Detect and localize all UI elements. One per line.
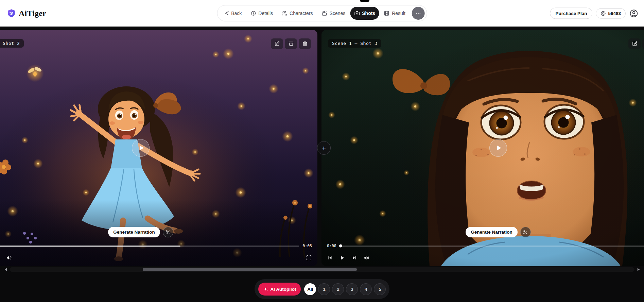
skip-back-icon — [327, 255, 333, 261]
skip-forward-button[interactable] — [351, 255, 358, 261]
skip-back-button[interactable] — [327, 255, 333, 261]
duration-label: 0:05 — [302, 244, 312, 248]
filter-scene-4[interactable]: 4 — [360, 283, 372, 295]
info-icon — [250, 11, 256, 16]
credits-pill[interactable]: 56483 — [596, 8, 626, 18]
nav-item-shots[interactable]: Shots — [350, 7, 379, 20]
filter-scene-5[interactable]: 5 — [374, 283, 386, 295]
top-bar: AiTiger Back Details Characters Scenes S… — [0, 0, 644, 27]
trim-clip-button[interactable] — [520, 227, 531, 237]
volume-button[interactable] — [6, 255, 12, 261]
play-icon — [339, 255, 345, 261]
main-nav: Back Details Characters Scenes Shots Res… — [217, 5, 427, 21]
edit-icon — [275, 41, 280, 46]
generate-narration-button[interactable]: Generate Narration — [466, 227, 517, 237]
shot-3-controls — [327, 254, 644, 261]
edit-shot-button[interactable] — [628, 38, 641, 49]
shots-strip: Scene 1 – Shot 2 Generate Narration — [0, 30, 644, 266]
transport-controls — [327, 255, 370, 261]
generate-narration-button[interactable]: Generate Narration — [108, 227, 160, 237]
shot-2-narration-row: Generate Narration — [0, 227, 317, 237]
brand-logo-icon — [7, 9, 16, 18]
seek-bar-played — [0, 246, 180, 247]
scissors-icon — [166, 230, 170, 235]
trash-icon — [302, 41, 308, 46]
brand-name: AiTiger — [19, 9, 46, 18]
filter-scene-2[interactable]: 2 — [332, 283, 344, 295]
shot-3-actions — [628, 38, 644, 49]
delete-shot-button[interactable] — [299, 38, 311, 49]
seek-bar[interactable] — [0, 246, 299, 247]
shot-badge: Scene 1 – Shot 3 — [328, 39, 381, 48]
add-shot-button[interactable]: + — [317, 141, 331, 155]
play-overlay-button[interactable] — [489, 139, 507, 157]
archive-shot-button[interactable] — [642, 38, 644, 49]
nav-item-result[interactable]: Result — [380, 7, 410, 20]
shot-2-controls — [0, 254, 312, 261]
nav-item-details[interactable]: Details — [246, 7, 277, 20]
scene-filters: All 1 2 3 4 5 — [304, 283, 386, 295]
scissors-icon — [523, 230, 528, 235]
filter-all[interactable]: All — [304, 283, 316, 295]
credits-count: 56483 — [608, 11, 621, 16]
shot-2-actions — [271, 38, 311, 49]
filter-scene-3[interactable]: 3 — [346, 283, 358, 295]
ai-autopilot-label: AI Autopilot — [271, 287, 296, 292]
play-icon — [495, 145, 502, 151]
shot-3-progress-row: 0:00 — [327, 244, 644, 248]
scrollbar-thumb[interactable] — [143, 268, 357, 271]
play-icon — [138, 145, 145, 151]
scroll-right-arrow-icon[interactable] — [636, 267, 641, 272]
shot-card-scene1-shot3: Scene 1 – Shot 3 Generate Narration 0:00 — [321, 30, 644, 266]
nav-item-scenes[interactable]: Scenes — [318, 7, 350, 20]
horizontal-scrollbar — [3, 267, 641, 272]
current-time-label: 0:00 — [327, 244, 336, 248]
volume-button[interactable] — [364, 255, 370, 261]
bottom-filter-bar: AI Autopilot All 1 2 3 4 5 — [255, 279, 390, 299]
nav-more-button[interactable] — [412, 7, 425, 20]
scroll-left-arrow-icon[interactable] — [3, 267, 8, 272]
edit-icon — [632, 41, 637, 46]
fullscreen-button[interactable] — [306, 255, 312, 261]
purchase-plan-button[interactable]: Purchase Plan — [550, 8, 592, 19]
shot-badge: Scene 1 – Shot 2 — [0, 39, 24, 48]
transport-controls — [0, 255, 12, 261]
camera-icon — [354, 11, 360, 16]
shot-2-progress-row: 0:05 — [0, 244, 312, 248]
brand[interactable]: AiTiger — [7, 9, 46, 18]
playhead-handle[interactable] — [339, 245, 342, 248]
ellipsis-icon — [415, 10, 421, 16]
fullscreen-icon — [306, 255, 312, 261]
nav-item-back[interactable]: Back — [219, 7, 246, 20]
archive-icon — [289, 41, 294, 46]
volume-icon — [6, 255, 12, 261]
volume-icon — [364, 255, 370, 261]
coin-icon — [601, 11, 606, 16]
profile-avatar[interactable] — [629, 9, 639, 18]
shot-3-narration-row: Generate Narration — [321, 227, 644, 237]
header-right: Purchase Plan 56483 — [550, 8, 639, 19]
shot-card-scene1-shot2: Scene 1 – Shot 2 Generate Narration — [0, 30, 317, 266]
skip-forward-icon — [351, 255, 358, 261]
edit-shot-button[interactable] — [271, 38, 283, 49]
play-overlay-button[interactable] — [132, 139, 150, 157]
play-button[interactable] — [339, 255, 345, 261]
users-icon — [282, 11, 287, 16]
archive-shot-button[interactable] — [285, 38, 297, 49]
clapperboard-icon — [322, 11, 327, 16]
user-icon — [629, 9, 638, 18]
scrollbar-track[interactable] — [10, 267, 634, 272]
top-page-indicator — [360, 0, 369, 2]
arrow-left-icon — [223, 11, 229, 16]
sparkles-icon — [263, 287, 268, 292]
ai-autopilot-button[interactable]: AI Autopilot — [258, 283, 301, 296]
nav-item-characters[interactable]: Characters — [278, 7, 317, 20]
trim-clip-button[interactable] — [163, 227, 173, 237]
seek-bar[interactable] — [340, 246, 644, 247]
filter-scene-1[interactable]: 1 — [318, 283, 330, 295]
film-icon — [384, 11, 389, 16]
